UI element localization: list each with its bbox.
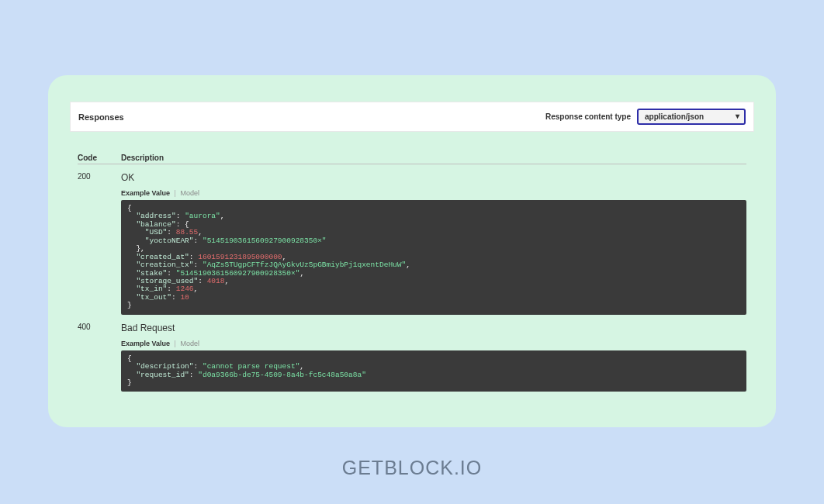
description-cell: Bad Request Example Value | Model { "des…: [121, 323, 746, 392]
col-header-code: Code: [78, 154, 121, 162]
brand-footer: GETBLOCK.IO: [0, 457, 824, 479]
content-type-value: application/json: [645, 112, 704, 121]
description-cell: OK Example Value | Model { "address": "a…: [121, 172, 746, 315]
tab-separator: |: [175, 189, 176, 197]
example-tabs: Example Value | Model: [121, 189, 746, 197]
content-type-label: Response content type: [545, 112, 631, 121]
responses-table: Code Description 200 OK Example Value | …: [70, 132, 754, 392]
status-code: 200: [78, 172, 121, 315]
tab-example-value[interactable]: Example Value: [121, 189, 170, 197]
tab-model[interactable]: Model: [180, 340, 199, 347]
example-tabs: Example Value | Model: [121, 340, 746, 347]
example-code-400: { "description": "cannot parse request",…: [121, 350, 746, 392]
column-headers: Code Description: [78, 154, 746, 164]
api-responses-card: Responses Response content type applicat…: [48, 75, 776, 427]
status-code: 400: [78, 323, 121, 392]
responses-header: Responses Response content type applicat…: [70, 102, 754, 132]
tab-model[interactable]: Model: [180, 189, 199, 197]
col-header-description: Description: [121, 154, 164, 162]
tab-example-value[interactable]: Example Value: [121, 340, 170, 347]
tab-separator: |: [175, 340, 176, 347]
content-type-wrap: Response content type application/json: [545, 109, 746, 125]
responses-title: Responses: [78, 112, 124, 122]
table-row: 200 OK Example Value | Model { "address"…: [78, 164, 746, 315]
example-code-200: { "address": "aurora", "balance": { "USD…: [121, 200, 746, 315]
table-row: 400 Bad Request Example Value | Model { …: [78, 315, 746, 392]
status-text: Bad Request: [121, 323, 746, 333]
content-type-select[interactable]: application/json: [637, 109, 746, 125]
status-text: OK: [121, 172, 746, 183]
